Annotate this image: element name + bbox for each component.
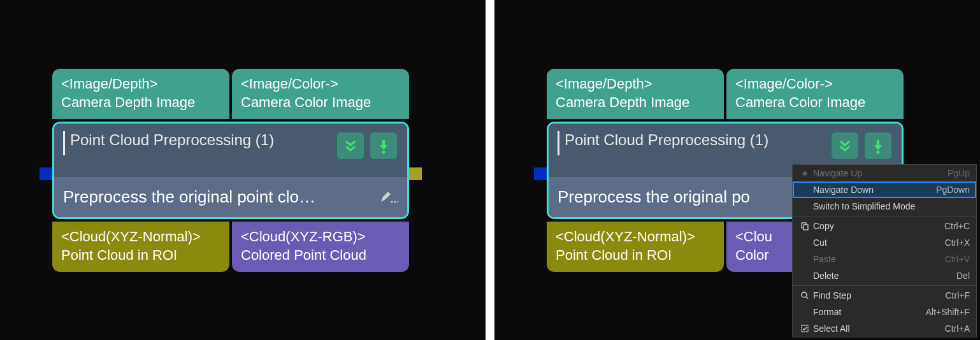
input-port-depth[interactable]: <Image/Depth> Camera Depth Image: [52, 69, 229, 119]
input-port-color[interactable]: <Image/Color-> Camera Color Image: [232, 69, 409, 119]
menu-item-shortcut: Alt+Shift+F: [926, 307, 970, 317]
svg-point-11: [802, 292, 807, 297]
menu-item-label: Copy: [812, 221, 944, 231]
cursor-bar: [558, 131, 559, 155]
node-title: Point Cloud Preprocessing (1): [565, 131, 768, 149]
menu-item-select-all[interactable]: Select AllCtrl+A: [793, 320, 976, 337]
menu-item-format[interactable]: FormatAlt+Shift+F: [793, 304, 976, 320]
run-button[interactable]: [863, 131, 893, 160]
panel-divider: [486, 0, 494, 340]
menu-item-label: Delete: [812, 271, 956, 281]
menu-item-switch-to-simplified-mode[interactable]: Switch to Simplified Mode: [793, 198, 976, 215]
menu-item-shortcut: Ctrl+X: [945, 237, 970, 248]
svg-point-8: [877, 151, 880, 154]
menu-item-label: Navigate Down: [812, 185, 936, 195]
copy-icon: [798, 222, 812, 230]
menu-item-shortcut: Ctrl+F: [946, 290, 970, 301]
nav-up-icon: [798, 169, 812, 178]
menu-item-navigate-down[interactable]: Navigate DownPgDown: [793, 181, 976, 198]
select-all-icon: [798, 324, 812, 333]
menu-item-label: Select All: [812, 323, 945, 334]
svg-rect-10: [803, 225, 808, 230]
menu-item-shortcut: Ctrl+A: [945, 323, 970, 334]
svg-point-2: [382, 151, 386, 154]
node-description: Preprocess the original po: [558, 187, 750, 207]
run-button[interactable]: [369, 131, 398, 160]
expand-button[interactable]: [830, 131, 860, 160]
menu-item-shortcut: PgDown: [936, 185, 970, 195]
svg-line-12: [806, 297, 808, 299]
menu-item-paste: PasteCtrl+V: [793, 251, 976, 267]
svg-point-5: [398, 201, 399, 202]
menu-separator: [793, 216, 976, 216]
menu-item-copy[interactable]: CopyCtrl+C: [793, 218, 976, 234]
input-handle[interactable]: [40, 167, 52, 180]
node-description: Preprocess the original point clo…: [63, 187, 315, 207]
menu-item-label: Find Step: [812, 290, 946, 301]
output-port-rgb[interactable]: <Cloud(XYZ-RGB)> Colored Point Cloud: [232, 222, 409, 272]
svg-point-3: [391, 201, 393, 202]
menu-item-label: Cut: [812, 237, 945, 248]
input-port-color[interactable]: <Image/Color-> Camera Color Image: [726, 69, 904, 119]
menu-item-label: Format: [812, 307, 926, 317]
svg-marker-7: [874, 145, 882, 150]
expand-button[interactable]: [336, 131, 365, 160]
node-graph[interactable]: <Image/Depth> Camera Depth Image <Image/…: [52, 69, 409, 272]
double-chevron-down-icon: [342, 138, 359, 154]
menu-item-shortcut: Ctrl+C: [944, 221, 970, 231]
menu-item-delete[interactable]: DeleteDel: [793, 267, 976, 284]
search-icon: [798, 291, 812, 300]
step-node[interactable]: Point Cloud Preprocessing (1): [52, 122, 409, 219]
menu-separator: [793, 285, 976, 286]
menu-item-shortcut: Ctrl+V: [945, 254, 970, 264]
menu-item-find-step[interactable]: Find StepCtrl+F: [793, 287, 976, 304]
context-menu[interactable]: Navigate UpPgUpNavigate DownPgDownSwitch…: [792, 164, 977, 337]
output-handle[interactable]: [409, 167, 422, 180]
input-handle[interactable]: [534, 167, 547, 180]
double-chevron-down-icon: [837, 138, 853, 154]
menu-item-label: Switch to Simplified Mode: [812, 201, 970, 211]
menu-item-shortcut: Del: [956, 271, 970, 281]
svg-marker-1: [380, 145, 387, 150]
input-port-depth[interactable]: <Image/Depth> Camera Depth Image: [547, 69, 724, 119]
cursor-bar: [63, 131, 65, 155]
edit-icon[interactable]: [379, 190, 398, 204]
node-title: Point Cloud Preprocessing (1): [70, 131, 274, 149]
arrow-down-dot-icon: [870, 138, 886, 154]
output-port-normal[interactable]: <Cloud(XYZ-Normal)> Point Cloud in ROI: [547, 222, 724, 272]
output-port-normal[interactable]: <Cloud(XYZ-Normal)> Point Cloud in ROI: [52, 222, 229, 272]
left-panel: <Image/Depth> Camera Depth Image <Image/…: [0, 0, 486, 340]
menu-item-cut[interactable]: CutCtrl+X: [793, 234, 976, 251]
menu-item-label: Paste: [812, 254, 945, 264]
menu-item-shortcut: PgUp: [948, 168, 970, 178]
arrow-down-dot-icon: [375, 138, 392, 154]
menu-item-label: Navigate Up: [812, 168, 948, 178]
menu-item-navigate-up: Navigate UpPgUp: [793, 165, 976, 181]
svg-point-4: [394, 201, 396, 202]
